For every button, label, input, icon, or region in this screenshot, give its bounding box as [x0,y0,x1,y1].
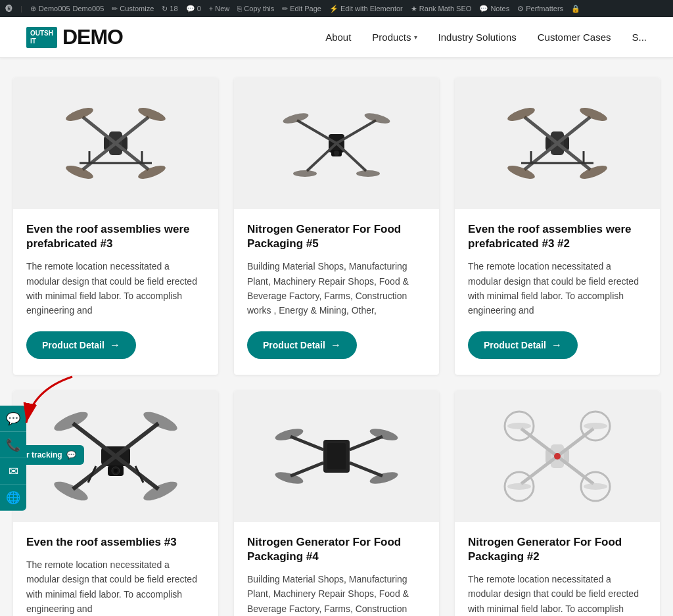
svg-line-15 [336,120,376,143]
svg-line-5 [116,143,149,170]
globe-button[interactable]: 🌐 [0,485,26,511]
product-card-2: Nitrogen Generator For Food Packaging #5… [234,78,439,375]
svg-line-64 [557,429,593,456]
drone-svg-6 [492,404,623,509]
product-grid-row2: Even the roof assemblies #3 The remote l… [13,391,660,616]
products-dropdown-arrow: ▾ [414,34,417,41]
nav-more[interactable]: S... [632,32,647,43]
nav-industry[interactable]: Industry Solutions [438,32,517,43]
svg-point-73 [507,483,531,490]
svg-point-23 [334,151,339,156]
card-3-image [455,78,660,209]
nav-about[interactable]: About [325,32,351,43]
main-content: Even the roof assemblies were prefabrica… [0,58,673,616]
card-5-image [234,391,439,522]
nav-products[interactable]: Products ▾ [372,32,417,43]
phone-icon: 📞 [6,438,20,452]
admin-customize[interactable]: ✏ Customize [112,5,154,13]
admin-lock[interactable]: 🔒 [571,5,580,13]
card-1-desc: The remote location necessitated a modul… [26,259,205,318]
svg-line-16 [307,143,336,171]
product-card-6: Nitrogen Generator For Food Packaging #2… [455,391,660,616]
site-logo[interactable]: OUTSHIT DEMO [26,25,123,49]
card-3-body: Even the roof assemblies were prefabrica… [455,209,660,375]
red-arrow-annotation [20,370,85,438]
card-6-desc: The remote location necessitated a modul… [468,572,647,616]
card-6-title: Nitrogen Generator For Food Packaging #2 [468,535,647,564]
product-card-1: Even the roof assemblies were prefabrica… [13,78,218,375]
svg-point-71 [507,423,531,429]
card-2-image [234,78,439,209]
admin-perfmatters[interactable]: ⚙ Perfmatters [517,5,563,13]
svg-point-74 [584,483,607,490]
card-4-body: Even the roof assemblies #3 The remote l… [13,522,218,616]
svg-point-48 [114,469,118,473]
svg-line-26 [524,117,557,143]
svg-line-53 [290,437,323,450]
admin-updates[interactable]: ↻ 18 [162,5,177,13]
card-2-arrow-icon: → [331,339,341,351]
svg-line-65 [521,456,557,484]
card-5-desc: Building Material Shops, Manufacturing P… [247,572,426,616]
admin-bar: 🅦 | ⊕ Demo005Demo005 ✏ Customize ↻ 18 💬 … [0,0,673,17]
admin-comments[interactable]: 💬 0 [186,5,201,13]
svg-line-28 [524,143,557,170]
card-5-body: Nitrogen Generator For Food Packaging #4… [234,522,439,616]
drone-svg-3 [492,91,623,196]
card-6-image [455,391,660,522]
drone-svg-2 [271,91,402,196]
svg-line-2 [83,117,116,143]
svg-rect-52 [327,443,346,469]
admin-notes[interactable]: 💬 Notes [479,5,509,13]
card-3-title: Even the roof assemblies were prefabrica… [468,222,647,251]
product-card-3: Even the roof assemblies were prefabrica… [455,78,660,375]
svg-point-72 [584,423,607,429]
svg-line-3 [116,117,149,143]
email-icon: ✉ [9,464,18,479]
logo-text: DEMO [62,25,123,49]
svg-line-39 [116,423,158,456]
card-2-desc: Building Material Shops, Manufacturing P… [247,259,426,318]
globe-icon: 🌐 [6,490,20,505]
drone-svg-1 [50,91,181,196]
svg-line-14 [297,120,336,143]
nav-cases[interactable]: Customer Cases [538,32,611,43]
card-3-arrow-icon: → [551,339,562,351]
card-1-title: Even the roof assemblies were prefabrica… [26,222,205,251]
wp-logo[interactable]: 🅦 [5,5,12,12]
svg-line-56 [350,463,383,476]
card-2-body: Nitrogen Generator For Food Packaging #5… [234,209,439,375]
product-card-5: Nitrogen Generator For Food Packaging #4… [234,391,439,616]
svg-point-18 [282,111,310,126]
svg-line-29 [557,143,590,170]
svg-point-21 [356,170,380,177]
logo-badge: OUTSHIT [26,27,57,48]
svg-point-20 [293,170,317,177]
product-grid-row1: Even the roof assemblies were prefabrica… [13,78,660,375]
svg-line-17 [336,143,366,171]
whatsapp-icon: 💬 [6,412,20,426]
admin-copy[interactable]: ⎘ Copy this [237,5,274,12]
svg-point-75 [554,453,561,460]
admin-elementor[interactable]: ⚡ Edit with Elementor [329,5,403,13]
card-1-detail-button[interactable]: Product Detail → [26,331,136,359]
svg-line-4 [83,143,116,170]
svg-line-54 [350,437,383,450]
card-4-title: Even the roof assemblies #3 [26,535,205,550]
card-3-detail-button[interactable]: Product Detail → [468,331,578,359]
admin-new[interactable]: + New [209,5,230,12]
drone-svg-5 [271,404,402,509]
card-3-desc: The remote location necessitated a modul… [468,259,647,318]
svg-line-63 [521,429,557,456]
card-2-detail-button[interactable]: Product Detail → [247,331,357,359]
card-1-image [13,78,218,209]
card-5-title: Nitrogen Generator For Food Packaging #4 [247,535,426,564]
admin-demo005[interactable]: ⊕ Demo005Demo005 [30,5,104,13]
admin-rankmath[interactable]: ★ Rank Math SEO [411,5,472,13]
card-1-arrow-icon: → [110,339,120,351]
email-button[interactable]: ✉ [0,458,26,485]
admin-edit-page[interactable]: ✏ Edit Page [282,5,321,13]
card-6-body: Nitrogen Generator For Food Packaging #2… [455,522,660,616]
svg-line-66 [557,456,593,484]
site-header: OUTSHIT DEMO About Products ▾ Industry S… [0,17,673,58]
